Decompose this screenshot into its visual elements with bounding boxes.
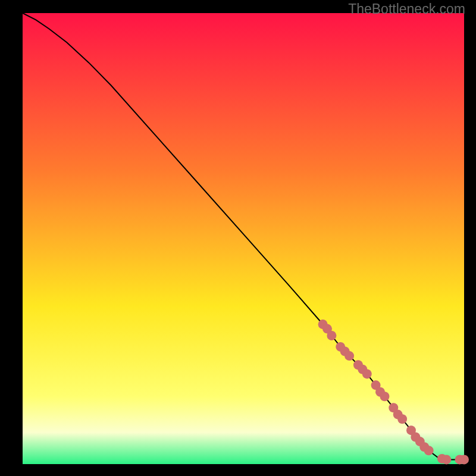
data-marker — [459, 455, 469, 464]
watermark-text: TheBottleneck.com — [348, 1, 465, 17]
svg-rect-21 — [441, 455, 451, 464]
data-marker — [441, 455, 451, 464]
chart-svg — [0, 0, 476, 476]
svg-rect-23 — [459, 455, 469, 464]
plot-area — [23, 13, 464, 464]
